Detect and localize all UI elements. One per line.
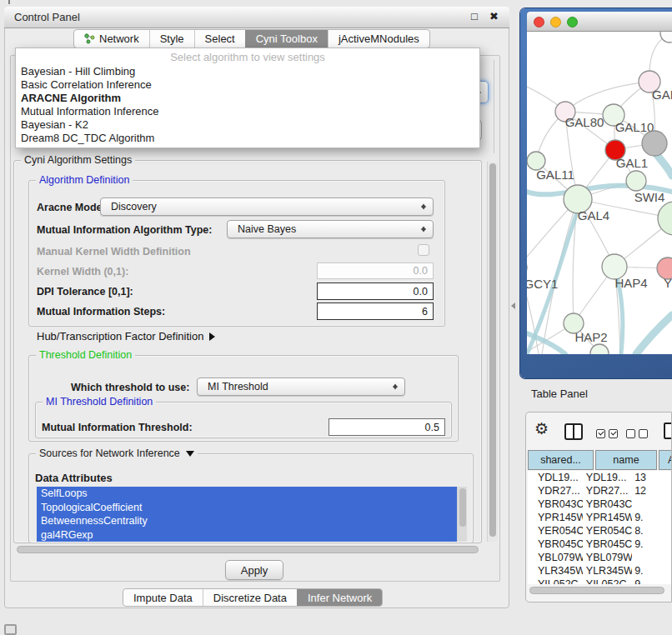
splitpane-arrow-icon[interactable]	[511, 302, 515, 309]
settings-vertical-scrollbar[interactable]	[487, 162, 498, 542]
attribute-list-item[interactable]: TopologicalCoefficient	[37, 501, 457, 515]
data-attributes-list[interactable]: SelfLoopsTopologicalCoefficientBetweenne…	[37, 487, 457, 542]
network-node-label: GAL11	[536, 168, 574, 182]
attribute-list-item[interactable]: BetweennessCentrality	[37, 514, 457, 528]
table-row[interactable]: YER054CYER054C8.	[528, 524, 671, 538]
tab-discretize-data[interactable]: Discretize Data	[203, 589, 297, 606]
column-header-2[interactable]: name	[595, 450, 657, 470]
kernel-width-field: 0.0	[317, 262, 434, 279]
table-cell: YPR145W	[528, 512, 583, 523]
mi-type-select[interactable]: Naive Bayes	[227, 220, 434, 238]
dropdown-item[interactable]: Bayesian - K2	[16, 118, 479, 132]
select-all-icon[interactable]	[596, 427, 621, 442]
attributes-list-scrollbar[interactable]	[457, 487, 467, 542]
table-cell: 9.	[632, 578, 671, 584]
which-threshold-select[interactable]: MI Threshold	[197, 378, 405, 396]
float-window-icon[interactable]: □	[471, 10, 478, 22]
network-node-label: HAP4	[614, 276, 647, 290]
split-columns-icon[interactable]	[564, 423, 583, 440]
document-icon[interactable]	[664, 422, 672, 439]
select-none-icon[interactable]	[626, 427, 651, 442]
mi-steps-field[interactable]: 6	[317, 302, 434, 320]
control-panel-tabs: NetworkStyleSelectCyni ToolboxjActiveMNo…	[73, 29, 430, 48]
table-row[interactable]: YLR345WYLR345W9.	[528, 564, 671, 578]
network-node[interactable]	[660, 32, 672, 42]
sources-title-text: Sources for Network Inference	[39, 448, 180, 459]
kernel-width-label: Kernel Width (0,1):	[37, 266, 128, 278]
close-traffic-light-icon[interactable]	[534, 17, 544, 28]
network-edge[interactable]	[636, 315, 672, 354]
edge-artifact	[8, 0, 10, 4]
dropdown-item[interactable]: Mutual Information Inference	[16, 105, 479, 118]
tab-network[interactable]: Network	[74, 30, 149, 48]
table-row[interactable]: YBR045CYBR045C9.	[528, 538, 671, 551]
mi-threshold-label: Mutual Information Threshold:	[42, 422, 193, 433]
table-row[interactable]: YDL19...YDL19...13	[528, 471, 671, 484]
table-cell: YBL079W	[528, 552, 583, 563]
attribute-list-item[interactable]: SelfLoops	[37, 487, 457, 501]
column-header-1[interactable]: shared...	[528, 450, 594, 470]
table-cell: YPR145W	[583, 512, 632, 523]
apply-button[interactable]: Apply	[225, 560, 283, 580]
cyni-bottom-tabs: Impute DataDiscretize DataInfer Network	[123, 588, 383, 607]
table-row[interactable]: YPR145WYPR145W9.	[528, 511, 671, 524]
tab-label: Style	[160, 32, 184, 45]
minimize-traffic-light-icon[interactable]	[550, 17, 561, 28]
tab-style[interactable]: Style	[149, 30, 194, 48]
hub-definition-toggle[interactable]: Hub/Transcription Factor Definition	[37, 330, 215, 342]
scrollbar-thumb[interactable]	[459, 488, 466, 527]
settings-gear-icon[interactable]: ⚙	[534, 421, 549, 438]
network-edge[interactable]	[657, 155, 672, 176]
checked-box-icon	[596, 429, 605, 438]
screen: Control Panel □ ✖ NetworkStyleSelectCyni…	[0, 0, 672, 635]
dropdown-item[interactable]: Dream8 DC_TDC Algorithm	[16, 132, 479, 145]
settings-horizontal-scrollbar[interactable]	[17, 546, 479, 553]
dropdown-item[interactable]: Bayesian - Hill Climbing	[16, 65, 479, 78]
network-node-swi4[interactable]	[626, 171, 646, 191]
zoom-traffic-light-icon[interactable]	[567, 17, 578, 28]
table-row[interactable]: YBL079WYBL079W	[528, 551, 671, 564]
mi-threshold-group-title: MI Threshold Definition	[43, 396, 156, 408]
tab-label: Discretize Data	[213, 592, 287, 604]
unchecked-box-icon	[639, 429, 648, 438]
attribute-list-item[interactable]: gal4RGexp	[37, 528, 457, 542]
manual-kernel-checkbox[interactable]	[418, 244, 429, 256]
table-cell: YBR043C	[528, 498, 583, 510]
threshold-definition-title: Threshold Definition	[36, 349, 135, 361]
corner-widget-icon[interactable]	[4, 624, 17, 635]
scrollbar-thumb[interactable]	[489, 163, 496, 537]
tab-jactivemnodules[interactable]: jActiveMNodules	[328, 30, 429, 48]
tab-select[interactable]: Select	[194, 30, 245, 48]
network-window-titlebar[interactable]	[527, 12, 672, 32]
aracne-mode-select[interactable]: Discovery	[100, 198, 434, 216]
table-horizontal-scrollbar[interactable]	[529, 587, 664, 594]
table-row[interactable]: YBR043CYBR043C	[528, 498, 671, 511]
algorithm-definition-title: Algorithm Definition	[36, 174, 133, 186]
tab-infer-network[interactable]: Infer Network	[297, 589, 382, 606]
network-node[interactable]	[642, 131, 667, 156]
which-threshold-value: MI Threshold	[208, 381, 268, 392]
table-cell: YIL052C	[583, 578, 632, 584]
unchecked-box-icon	[626, 429, 635, 438]
table-cell: 13	[632, 472, 671, 483]
which-threshold-label: Which threshold to use:	[71, 382, 189, 393]
column-header-3[interactable]: A	[659, 450, 672, 470]
data-attributes-label: Data Attributes	[35, 472, 113, 484]
dpi-tolerance-field[interactable]: 0.0	[317, 282, 434, 300]
network-canvas[interactable]: GALGAL80GAL10GAL1GAL11SWI4GAL4GCY1HAP4YH…	[527, 32, 672, 354]
table-row[interactable]: YDR27...YDR27...12	[528, 484, 671, 498]
table-cell: YER054C	[528, 525, 583, 537]
dropdown-item[interactable]: ARACNE Algorithm	[16, 92, 479, 105]
network-node-label: SWI4	[634, 190, 665, 204]
tab-cyni-toolbox[interactable]: Cyni Toolbox	[245, 30, 328, 48]
tab-impute-data[interactable]: Impute Data	[123, 589, 203, 606]
tab-label: Select	[205, 32, 235, 45]
network-node-label: GAL	[652, 88, 672, 102]
sources-group-title[interactable]: Sources for Network Inference	[36, 448, 198, 459]
table-header-row: shared...nameA	[528, 450, 672, 470]
dropdown-item[interactable]: Basic Correlation Inference	[16, 78, 479, 92]
table-cell: YDR27...	[583, 485, 632, 497]
table-row[interactable]: YIL052CYIL052C9.	[528, 578, 671, 584]
close-icon[interactable]: ✖	[489, 10, 499, 22]
mi-threshold-field[interactable]: 0.5	[328, 418, 445, 436]
